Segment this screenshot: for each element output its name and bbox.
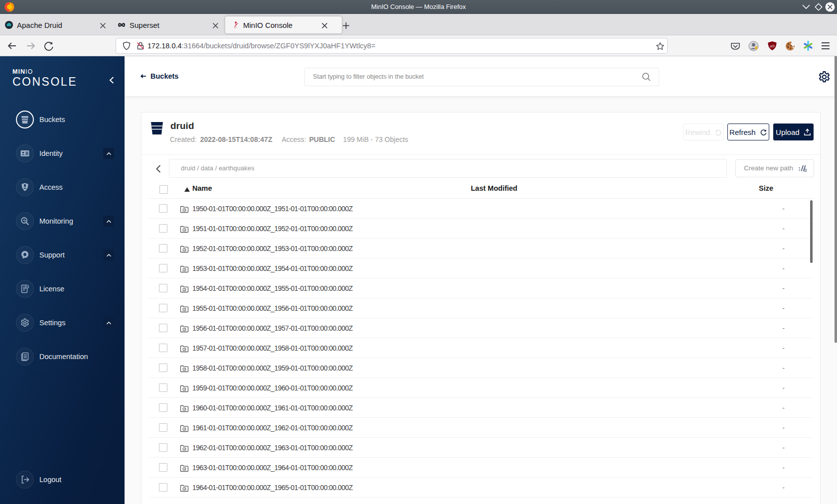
svg-text:31: 31 [183,448,186,450]
svg-text:31: 31 [183,268,186,271]
svg-text:31: 31 [183,308,186,311]
svg-text:31: 31 [183,328,186,331]
svg-text:31: 31 [183,229,186,231]
svg-text:31: 31 [183,209,186,211]
svg-text:31: 31 [183,488,186,490]
svg-text:31: 31 [183,288,186,291]
svg-text:31: 31 [183,408,186,410]
svg-text:31: 31 [183,348,186,351]
svg-text:31: 31 [183,388,186,390]
svg-text:31: 31 [183,428,186,430]
svg-text:31: 31 [183,468,186,470]
svg-text:31: 31 [183,368,186,371]
svg-text:uO: uO [770,44,775,48]
svg-text:31: 31 [183,249,186,251]
